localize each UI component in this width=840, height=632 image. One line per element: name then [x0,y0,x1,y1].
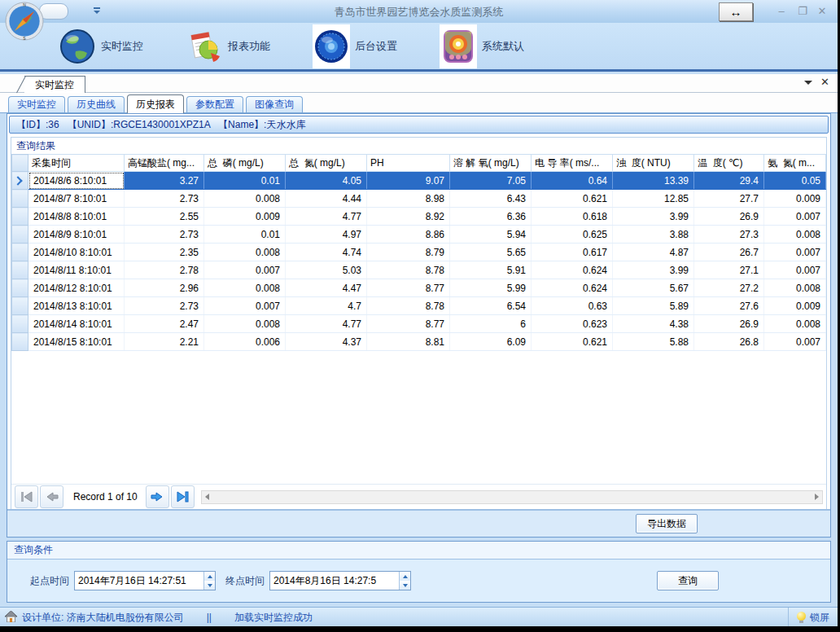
toolbar-realtime-monitor-button[interactable]: 实时监控 [59,28,143,65]
cell-value[interactable]: 5.03 [286,261,367,279]
close-button[interactable]: ✕ [813,4,831,19]
cell-value[interactable]: 13.39 [613,172,694,190]
row-selector-cell[interactable] [12,190,28,208]
cell-value[interactable]: 9.07 [367,172,450,190]
cell-value[interactable]: 0.006 [204,333,286,351]
cell-sample-time[interactable]: 2014/8/9 8:10:01 [28,226,125,244]
col-header-ph[interactable]: PH [367,155,450,172]
cell-value[interactable]: 0.007 [764,244,826,261]
cell-value[interactable]: 2.96 [125,279,204,297]
scroll-right-icon[interactable] [815,494,819,500]
cell-value[interactable]: 0.625 [532,226,613,244]
cell-value[interactable]: 0.624 [532,279,613,297]
row-selector-cell[interactable] [12,333,28,351]
cell-value[interactable]: 0.007 [764,261,826,279]
col-header-temperature[interactable]: 温 度( ℃) [694,155,764,172]
cell-value[interactable]: 0.008 [204,315,286,333]
query-button[interactable]: 查询 [657,571,719,590]
tab-close-icon[interactable]: ✕ [820,77,829,88]
cell-value[interactable]: 5.99 [450,279,532,297]
table-row[interactable]: 2014/8/9 8:10:012.730.014.978.865.940.62… [12,226,826,244]
cell-value[interactable]: 8.78 [367,297,450,315]
cell-value[interactable]: 0.007 [764,333,826,351]
col-header-time[interactable]: 采集时间 [28,155,125,172]
cell-value[interactable]: 26.7 [694,244,764,261]
cell-value[interactable]: 0.007 [204,261,286,279]
cell-value[interactable]: 0.63 [532,297,613,315]
cell-value[interactable]: 0.621 [532,333,613,351]
cell-value[interactable]: 4.87 [613,244,694,261]
cell-value[interactable]: 27.6 [694,297,764,315]
cell-value[interactable]: 5.88 [613,333,694,351]
cell-value[interactable]: 4.7 [286,297,367,315]
row-selector-cell[interactable] [12,279,28,297]
cell-value[interactable]: 0.009 [764,297,826,315]
col-header-conductivity[interactable]: 电 导 率( ms/... [532,155,613,172]
cell-sample-time[interactable]: 2014/8/7 8:10:01 [28,190,125,208]
cell-sample-time[interactable]: 2014/8/14 8:10:01 [28,315,125,333]
cell-value[interactable]: 4.47 [286,279,367,297]
cell-value[interactable]: 27.2 [694,279,764,297]
row-selector-cell[interactable] [12,244,28,261]
cell-value[interactable]: 4.97 [286,226,367,244]
cell-sample-time[interactable]: 2014/8/10 8:10:01 [28,244,125,261]
cell-value[interactable]: 0.64 [532,172,613,190]
tab-realtime-monitor[interactable]: 实时监控 [24,76,85,93]
cell-value[interactable]: 5.94 [450,226,532,244]
cell-value[interactable]: 6.54 [450,297,532,315]
cell-value[interactable]: 4.38 [613,315,694,333]
cell-value[interactable]: 0.01 [204,226,286,244]
cell-value[interactable]: 27.1 [694,261,764,279]
cell-value[interactable]: 4.77 [286,208,367,226]
row-selector-cell[interactable] [12,315,28,333]
table-row[interactable]: 2014/8/6 8:10:013.270.014.059.077.050.64… [12,172,826,190]
previous-record-button[interactable] [40,485,63,508]
restore-button[interactable]: ❐ [794,4,812,19]
cell-value[interactable]: 26.9 [694,208,764,226]
cell-value[interactable]: 2.55 [125,208,204,226]
toolbar-report-button[interactable]: 报表功能 [186,28,270,65]
toolbar-system-default-button[interactable]: 系统默认 [440,24,524,68]
cell-value[interactable]: 0.009 [204,208,286,226]
cell-value[interactable]: 6.43 [450,190,532,208]
cell-value[interactable]: 2.73 [125,297,204,315]
table-row[interactable]: 2014/8/10 8:10:012.350.0084.748.795.650.… [12,244,826,261]
row-selector-cell[interactable] [12,261,28,279]
end-time-spinner[interactable] [399,572,410,590]
cell-value[interactable]: 0.05 [764,172,826,190]
last-record-button[interactable] [171,485,195,508]
resize-width-button[interactable]: ↔ [719,2,753,21]
cell-value[interactable]: 3.99 [613,261,694,279]
cell-sample-time[interactable]: 2014/8/11 8:10:01 [28,261,125,279]
cell-value[interactable]: 0.01 [204,172,286,190]
minimize-button[interactable]: – [772,4,790,19]
cell-value[interactable]: 5.91 [450,261,532,279]
cell-value[interactable]: 4.77 [286,315,367,333]
cell-value[interactable]: 8.81 [367,333,450,351]
col-header-dissolved-oxygen[interactable]: 溶 解 氧( mg/L) [450,155,532,172]
col-header-turbidity[interactable]: 浊 度( NTU) [613,155,694,172]
table-row[interactable]: 2014/8/15 8:10:012.210.0064.378.816.090.… [12,333,826,351]
cell-value[interactable]: 0.008 [764,279,826,297]
toolbar-backend-settings-button[interactable]: 后台设置 [313,24,397,68]
cell-value[interactable]: 4.44 [286,190,367,208]
cell-value[interactable]: 8.98 [367,190,450,208]
cell-value[interactable]: 2.21 [125,333,204,351]
scroll-left-icon[interactable] [205,494,209,500]
cell-value[interactable]: 0.617 [532,244,613,261]
cell-value[interactable]: 2.73 [125,226,204,244]
cell-value[interactable]: 3.88 [613,226,694,244]
subtab-parameter-config[interactable]: 参数配置 [186,96,243,112]
table-row[interactable]: 2014/8/7 8:10:012.730.0084.448.986.430.6… [12,190,826,208]
cell-value[interactable]: 0.008 [764,226,826,244]
cell-value[interactable]: 3.27 [125,172,204,190]
cell-value[interactable]: 26.9 [694,315,764,333]
cell-value[interactable]: 5.89 [613,297,694,315]
cell-sample-time[interactable]: 2014/8/6 8:10:01 [28,172,125,190]
cell-value[interactable]: 2.78 [125,261,204,279]
cell-value[interactable]: 6.36 [450,208,532,226]
compass-app-icon[interactable]: N S [5,2,44,41]
start-time-input[interactable]: 2014年7月16日 14:27:51 [74,571,216,590]
end-time-input[interactable]: 2014年8月16日 14:27:5 [269,571,411,590]
cell-value[interactable]: 0.009 [764,190,826,208]
